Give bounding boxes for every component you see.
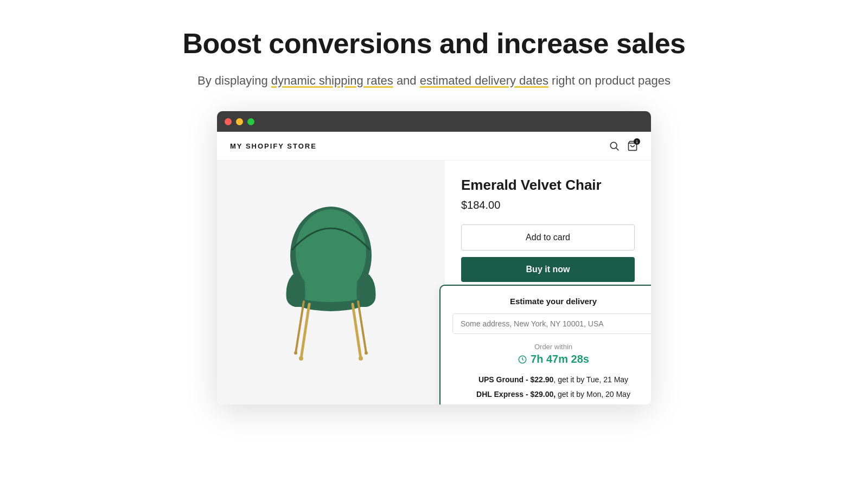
subheading-after: right on product pages xyxy=(548,74,671,87)
browser-content: MY SHOPIFY STORE xyxy=(217,132,651,404)
minimize-dot xyxy=(236,118,243,125)
countdown-timer: 7h 47m 28s xyxy=(452,353,651,365)
product-image-col xyxy=(217,160,445,404)
svg-line-1 xyxy=(616,148,619,151)
order-within-label: Order within xyxy=(452,343,651,351)
svg-point-13 xyxy=(359,356,363,361)
delivery-address-input[interactable] xyxy=(452,313,651,334)
nav-icons: 1 xyxy=(609,140,638,151)
delivery-estimate-card: Estimate your delivery Order within 7h 4… xyxy=(439,285,651,404)
dhl-label: DHL Express - $29.00, xyxy=(476,390,556,399)
product-title: Emerald Velvet Chair xyxy=(461,177,635,194)
ups-delivery: , get it by Tue, 21 May xyxy=(553,375,628,384)
svg-point-0 xyxy=(610,142,617,149)
cart-icon[interactable]: 1 xyxy=(627,140,638,151)
page-heading: Boost conversions and increase sales xyxy=(182,27,685,60)
shipping-option-ups: UPS Ground - $22.90, get it by Tue, 21 M… xyxy=(452,374,651,386)
highlight-shipping: dynamic shipping rates xyxy=(271,74,393,87)
countdown-value: 7h 47m 28s xyxy=(531,353,589,365)
shipping-option-dhl: DHL Express - $29.00, get it by Mon, 20 … xyxy=(452,389,651,400)
highlight-delivery: estimated delivery dates xyxy=(420,74,548,87)
svg-point-14 xyxy=(294,351,297,355)
browser-titlebar xyxy=(217,111,651,132)
maximize-dot xyxy=(247,118,254,125)
svg-point-15 xyxy=(365,351,368,355)
product-details-col: Emerald Velvet Chair $184.00 Add to card… xyxy=(445,160,651,301)
subheading-before: By displaying xyxy=(197,74,271,87)
store-name: MY SHOPIFY STORE xyxy=(230,142,317,150)
product-price: $184.00 xyxy=(461,199,635,211)
product-details-wrapper: Emerald Velvet Chair $184.00 Add to card… xyxy=(445,160,651,404)
cart-badge: 1 xyxy=(634,138,640,145)
clock-icon xyxy=(518,355,527,364)
dhl-delivery: get it by Mon, 20 May xyxy=(556,390,630,399)
search-icon[interactable] xyxy=(609,140,620,151)
store-nav: MY SHOPIFY STORE xyxy=(217,132,651,160)
product-image xyxy=(260,190,401,375)
subheading-middle: and xyxy=(393,74,420,87)
add-to-cart-button[interactable]: Add to card xyxy=(461,224,635,251)
svg-point-12 xyxy=(299,356,303,361)
buy-now-button[interactable]: Buy it now xyxy=(461,257,635,282)
delivery-card-title: Estimate your delivery xyxy=(452,297,651,306)
ups-label: UPS Ground - $22.90 xyxy=(478,375,553,384)
product-area: Emerald Velvet Chair $184.00 Add to card… xyxy=(217,160,651,404)
browser-window: MY SHOPIFY STORE xyxy=(217,111,651,404)
page-wrapper: Boost conversions and increase sales By … xyxy=(0,0,868,404)
page-subheading: By displaying dynamic shipping rates and… xyxy=(197,72,671,89)
close-dot xyxy=(225,118,232,125)
